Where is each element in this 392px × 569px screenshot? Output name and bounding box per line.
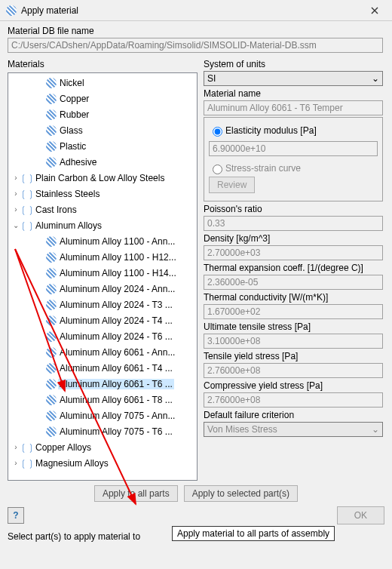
- failure-value: Von Mises Stress: [207, 424, 277, 435]
- tree-item[interactable]: Aluminum Alloy 6061 - T4 ...: [8, 360, 197, 376]
- units-label: System of units: [204, 59, 383, 69]
- tys-input: [204, 363, 383, 378]
- tree-item[interactable]: Aluminum Alloy 6061 - Ann...: [8, 344, 197, 360]
- tree-item[interactable]: Aluminum Alloy 2024 - Ann...: [8, 281, 197, 297]
- material-icon: [46, 284, 57, 294]
- tree-item[interactable]: Aluminum Alloy 7075 - T6 ...: [8, 423, 197, 439]
- category-icon: ❲❳: [20, 458, 35, 469]
- material-icon: [46, 78, 57, 88]
- review-button[interactable]: Review: [209, 177, 255, 193]
- tree-item[interactable]: ›❲❳Cast Irons: [8, 201, 197, 217]
- density-input: [204, 245, 383, 260]
- material-name-label: Material name: [204, 88, 383, 99]
- chevron-down-icon: ⌄: [372, 424, 379, 435]
- failure-label: Default failure criterion: [204, 410, 383, 420]
- category-icon: ❲❳: [20, 173, 35, 183]
- window-title: Apply material: [21, 5, 363, 16]
- material-icon: [46, 109, 57, 120]
- ok-button[interactable]: OK: [337, 506, 384, 524]
- db-path-label: Material DB file name: [8, 26, 384, 36]
- thermcond-input: [204, 304, 383, 319]
- tree-item[interactable]: Rubber: [8, 106, 197, 122]
- material-icon: [46, 379, 57, 389]
- tree-item[interactable]: Plastic: [8, 138, 197, 154]
- tree-item[interactable]: Adhesive: [8, 154, 197, 170]
- material-icon: [46, 252, 57, 263]
- tree-item[interactable]: Aluminum Alloy 1100 - H12...: [8, 249, 197, 265]
- material-name-input: [204, 100, 383, 115]
- material-icon: [46, 363, 57, 374]
- material-icon: [46, 395, 57, 405]
- tree-item[interactable]: Aluminum Alloy 7075 - Ann...: [8, 408, 197, 423]
- app-icon: [6, 5, 17, 16]
- tree-item[interactable]: ›❲❳Copper Alloys: [8, 439, 197, 455]
- stress-curve-label: Stress-strain curve: [225, 163, 301, 174]
- thermexp-input: [204, 275, 383, 290]
- material-icon: [46, 94, 57, 104]
- tree-item[interactable]: ›❲❳Magnesium Alloys: [8, 455, 197, 471]
- tree-item[interactable]: Aluminum Alloy 1100 - Ann...: [8, 233, 197, 249]
- poisson-input: [204, 216, 383, 231]
- thermcond-label: Thermal conductivity [W/(m*K)]: [204, 292, 383, 303]
- tree-item[interactable]: Copper: [8, 91, 197, 106]
- material-icon: [46, 125, 57, 136]
- apply-all-button[interactable]: Apply to all parts: [94, 485, 178, 502]
- density-label: Density [kg/m^3]: [204, 233, 383, 244]
- units-select[interactable]: SI ⌄: [204, 71, 383, 86]
- tree-item[interactable]: Glass: [8, 122, 197, 138]
- tys-label: Tensile yield stress [Pa]: [204, 351, 383, 361]
- elasticity-modulus-label: Elasticity modulus [Pa]: [225, 125, 317, 136]
- tree-item[interactable]: Aluminum Alloy 6061 - T8 ...: [8, 392, 197, 408]
- material-icon: [46, 300, 57, 310]
- category-icon: ❲❳: [20, 220, 35, 231]
- tooltip: Apply material to all parts of assembly: [172, 526, 335, 541]
- uts-input: [204, 334, 383, 349]
- chevron-down-icon: ⌄: [372, 73, 379, 84]
- elasticity-group: Elasticity modulus [Pa] Stress-strain cu…: [204, 117, 383, 201]
- material-icon: [46, 141, 57, 152]
- material-icon: [46, 268, 57, 278]
- tree-item[interactable]: ›❲❳Plain Carbon & Low Alloy Steels: [8, 170, 197, 186]
- elasticity-modulus-radio[interactable]: [213, 127, 222, 137]
- tree-item[interactable]: ⌄❲❳Aluminum Alloys: [8, 217, 197, 233]
- elasticity-modulus-input: [209, 141, 378, 156]
- tree-item[interactable]: Aluminum Alloy 2024 - T6 ...: [8, 328, 197, 344]
- close-button[interactable]: [363, 3, 386, 18]
- poisson-label: Poisson's ratio: [204, 204, 383, 214]
- material-icon: [46, 347, 57, 358]
- category-icon: ❲❳: [20, 189, 35, 199]
- help-button[interactable]: ?: [8, 507, 24, 524]
- thermexp-label: Thermal expansion coeff. [1/(degree C)]: [204, 263, 383, 273]
- material-icon: [46, 236, 57, 247]
- db-path-input: [8, 38, 383, 53]
- materials-label: Materials: [8, 59, 198, 69]
- failure-select[interactable]: Von Mises Stress ⌄: [204, 422, 383, 437]
- material-icon: [46, 157, 57, 168]
- units-value: SI: [207, 73, 216, 84]
- apply-selected-button[interactable]: Apply to selected part(s): [184, 485, 298, 502]
- cys-input: [204, 392, 383, 408]
- category-icon: ❲❳: [20, 442, 35, 453]
- tree-item[interactable]: Aluminum Alloy 2024 - T3 ...: [8, 297, 197, 312]
- material-icon: [46, 426, 57, 437]
- material-icon: [46, 331, 57, 342]
- material-icon: [46, 315, 57, 326]
- material-icon: [46, 411, 57, 421]
- uts-label: Ultimate tensile stress [Pa]: [204, 321, 383, 332]
- titlebar: Apply material: [0, 0, 392, 21]
- tree-item[interactable]: Aluminum Alloy 1100 - H14...: [8, 265, 197, 281]
- tree-item[interactable]: Nickel: [8, 75, 197, 91]
- close-icon: [371, 7, 378, 14]
- category-icon: ❲❳: [20, 205, 35, 215]
- tree-item[interactable]: Aluminum Alloy 2024 - T4 ...: [8, 312, 197, 328]
- materials-tree[interactable]: NickelCopperRubberGlassPlasticAdhesive›❲…: [8, 72, 198, 481]
- tree-item[interactable]: Aluminum Alloy 6061 - T6 ...: [8, 376, 197, 392]
- stress-curve-radio[interactable]: [213, 165, 222, 174]
- tree-item[interactable]: ›❲❳Stainless Steels: [8, 186, 197, 201]
- cys-label: Compressive yield stress [Pa]: [204, 380, 383, 391]
